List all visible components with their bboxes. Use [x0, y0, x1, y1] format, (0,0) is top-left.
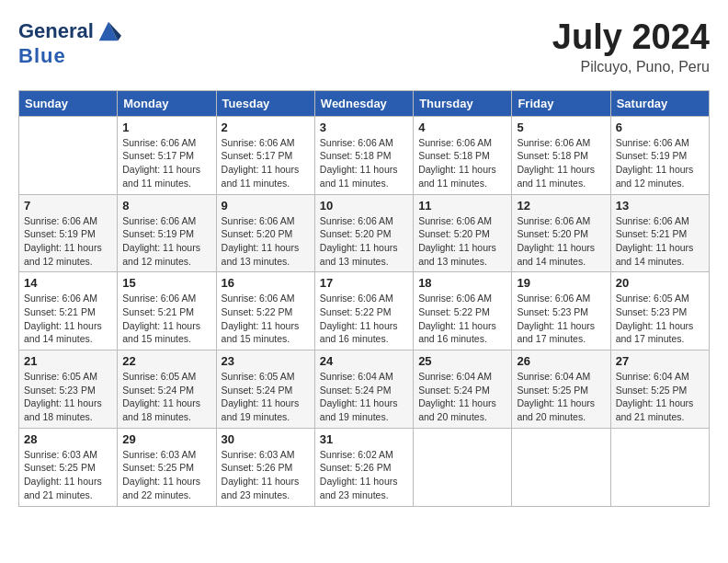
weekday-header-saturday: Saturday [610, 90, 709, 116]
calendar-cell: 27Sunrise: 6:04 AMSunset: 5:25 PMDayligh… [610, 350, 709, 429]
logo-icon [96, 18, 121, 44]
day-info: Sunrise: 6:04 AMSunset: 5:24 PMDaylight:… [418, 370, 506, 424]
day-info: Sunrise: 6:04 AMSunset: 5:24 PMDaylight:… [320, 370, 408, 424]
day-number: 12 [517, 199, 605, 213]
day-number: 17 [320, 276, 408, 290]
day-info: Sunrise: 6:06 AMSunset: 5:20 PMDaylight:… [517, 214, 605, 269]
day-info: Sunrise: 6:06 AMSunset: 5:19 PMDaylight:… [616, 136, 704, 190]
day-number: 13 [616, 199, 704, 213]
calendar-cell: 17Sunrise: 6:06 AMSunset: 5:22 PMDayligh… [314, 272, 413, 350]
day-number: 25 [418, 354, 506, 368]
day-number: 8 [122, 199, 210, 213]
calendar-cell: 10Sunrise: 6:06 AMSunset: 5:20 PMDayligh… [314, 194, 413, 272]
calendar-week-row: 7Sunrise: 6:06 AMSunset: 5:19 PMDaylight… [19, 194, 710, 272]
day-number: 31 [320, 432, 408, 446]
calendar-cell: 13Sunrise: 6:06 AMSunset: 5:21 PMDayligh… [610, 194, 709, 272]
calendar-cell: 26Sunrise: 6:04 AMSunset: 5:25 PMDayligh… [512, 350, 610, 429]
day-info: Sunrise: 6:06 AMSunset: 5:23 PMDaylight:… [517, 292, 605, 346]
day-info: Sunrise: 6:06 AMSunset: 5:21 PMDaylight:… [122, 292, 210, 346]
day-number: 2 [222, 121, 310, 134]
calendar-cell: 1Sunrise: 6:06 AMSunset: 5:17 PMDaylight… [118, 116, 216, 194]
day-number: 3 [320, 121, 408, 134]
day-info: Sunrise: 6:05 AMSunset: 5:24 PMDaylight:… [222, 370, 310, 424]
calendar-cell: 9Sunrise: 6:06 AMSunset: 5:20 PMDaylight… [216, 194, 314, 272]
day-info: Sunrise: 6:03 AMSunset: 5:25 PMDaylight:… [122, 448, 210, 502]
calendar-cell: 5Sunrise: 6:06 AMSunset: 5:18 PMDaylight… [512, 116, 610, 194]
calendar-cell: 22Sunrise: 6:05 AMSunset: 5:24 PMDayligh… [118, 350, 216, 429]
calendar-cell: 31Sunrise: 6:02 AMSunset: 5:26 PMDayligh… [314, 428, 413, 506]
day-number: 26 [517, 354, 605, 368]
calendar-cell: 15Sunrise: 6:06 AMSunset: 5:21 PMDayligh… [118, 272, 216, 350]
calendar-cell: 4Sunrise: 6:06 AMSunset: 5:18 PMDaylight… [414, 116, 512, 194]
day-number: 21 [24, 354, 112, 368]
day-number: 1 [122, 121, 210, 134]
day-number: 29 [122, 432, 210, 446]
calendar-cell: 14Sunrise: 6:06 AMSunset: 5:21 PMDayligh… [19, 272, 118, 350]
day-info: Sunrise: 6:06 AMSunset: 5:22 PMDaylight:… [222, 292, 310, 346]
weekday-header-monday: Monday [118, 90, 216, 116]
day-number: 11 [418, 199, 506, 213]
day-number: 23 [222, 354, 310, 368]
day-info: Sunrise: 6:06 AMSunset: 5:20 PMDaylight:… [418, 214, 506, 269]
weekday-header-sunday: Sunday [19, 90, 118, 116]
day-info: Sunrise: 6:03 AMSunset: 5:26 PMDaylight:… [222, 448, 310, 502]
day-number: 7 [24, 199, 112, 213]
day-number: 28 [24, 432, 112, 446]
calendar-cell: 20Sunrise: 6:05 AMSunset: 5:23 PMDayligh… [610, 272, 709, 350]
calendar-week-row: 14Sunrise: 6:06 AMSunset: 5:21 PMDayligh… [19, 272, 710, 350]
logo: General Blue [18, 18, 121, 68]
day-info: Sunrise: 6:06 AMSunset: 5:18 PMDaylight:… [320, 136, 408, 190]
day-info: Sunrise: 6:06 AMSunset: 5:17 PMDaylight:… [222, 136, 310, 190]
day-info: Sunrise: 6:05 AMSunset: 5:23 PMDaylight:… [24, 370, 112, 424]
location-title: Pilcuyo, Puno, Peru [552, 59, 710, 75]
day-number: 6 [616, 121, 704, 134]
day-number: 9 [222, 199, 310, 213]
calendar-cell: 6Sunrise: 6:06 AMSunset: 5:19 PMDaylight… [610, 116, 709, 194]
calendar-week-row: 28Sunrise: 6:03 AMSunset: 5:25 PMDayligh… [19, 428, 710, 506]
title-block: July 2024 Pilcuyo, Puno, Peru [552, 18, 710, 75]
calendar-cell: 23Sunrise: 6:05 AMSunset: 5:24 PMDayligh… [216, 350, 314, 429]
calendar-cell [19, 116, 118, 194]
weekday-header-row: SundayMondayTuesdayWednesdayThursdayFrid… [19, 90, 710, 116]
calendar-cell: 21Sunrise: 6:05 AMSunset: 5:23 PMDayligh… [19, 350, 118, 429]
calendar-table: SundayMondayTuesdayWednesdayThursdayFrid… [18, 90, 710, 507]
day-info: Sunrise: 6:04 AMSunset: 5:25 PMDaylight:… [517, 370, 605, 424]
calendar-cell: 16Sunrise: 6:06 AMSunset: 5:22 PMDayligh… [216, 272, 314, 350]
calendar-cell [414, 428, 512, 506]
calendar-cell: 18Sunrise: 6:06 AMSunset: 5:22 PMDayligh… [414, 272, 512, 350]
calendar-cell: 12Sunrise: 6:06 AMSunset: 5:20 PMDayligh… [512, 194, 610, 272]
calendar-week-row: 1Sunrise: 6:06 AMSunset: 5:17 PMDaylight… [19, 116, 710, 194]
day-info: Sunrise: 6:03 AMSunset: 5:25 PMDaylight:… [24, 448, 112, 502]
day-info: Sunrise: 6:06 AMSunset: 5:19 PMDaylight:… [122, 214, 210, 269]
day-info: Sunrise: 6:06 AMSunset: 5:22 PMDaylight:… [320, 292, 408, 346]
calendar-cell: 29Sunrise: 6:03 AMSunset: 5:25 PMDayligh… [118, 428, 216, 506]
day-number: 18 [418, 276, 506, 290]
day-info: Sunrise: 6:06 AMSunset: 5:20 PMDaylight:… [320, 214, 408, 269]
weekday-header-friday: Friday [512, 90, 610, 116]
calendar-cell [512, 428, 610, 506]
weekday-header-wednesday: Wednesday [314, 90, 413, 116]
day-info: Sunrise: 6:06 AMSunset: 5:19 PMDaylight:… [24, 214, 112, 269]
day-number: 27 [616, 354, 704, 368]
month-title: July 2024 [552, 18, 710, 57]
day-number: 19 [517, 276, 605, 290]
calendar-cell: 11Sunrise: 6:06 AMSunset: 5:20 PMDayligh… [414, 194, 512, 272]
day-info: Sunrise: 6:06 AMSunset: 5:21 PMDaylight:… [616, 214, 704, 269]
calendar-cell [610, 428, 709, 506]
weekday-header-thursday: Thursday [414, 90, 512, 116]
day-info: Sunrise: 6:04 AMSunset: 5:25 PMDaylight:… [616, 370, 704, 424]
day-info: Sunrise: 6:06 AMSunset: 5:20 PMDaylight:… [222, 214, 310, 269]
calendar-cell: 28Sunrise: 6:03 AMSunset: 5:25 PMDayligh… [19, 428, 118, 506]
calendar-week-row: 21Sunrise: 6:05 AMSunset: 5:23 PMDayligh… [19, 350, 710, 429]
weekday-header-tuesday: Tuesday [216, 90, 314, 116]
day-number: 30 [222, 432, 310, 446]
day-number: 5 [517, 121, 605, 134]
day-number: 14 [24, 276, 112, 290]
day-number: 4 [418, 121, 506, 134]
day-info: Sunrise: 6:06 AMSunset: 5:18 PMDaylight:… [517, 136, 605, 190]
day-info: Sunrise: 6:06 AMSunset: 5:22 PMDaylight:… [418, 292, 506, 346]
calendar-cell: 8Sunrise: 6:06 AMSunset: 5:19 PMDaylight… [118, 194, 216, 272]
day-info: Sunrise: 6:05 AMSunset: 5:24 PMDaylight:… [122, 370, 210, 424]
day-number: 15 [122, 276, 210, 290]
calendar-cell: 7Sunrise: 6:06 AMSunset: 5:19 PMDaylight… [19, 194, 118, 272]
